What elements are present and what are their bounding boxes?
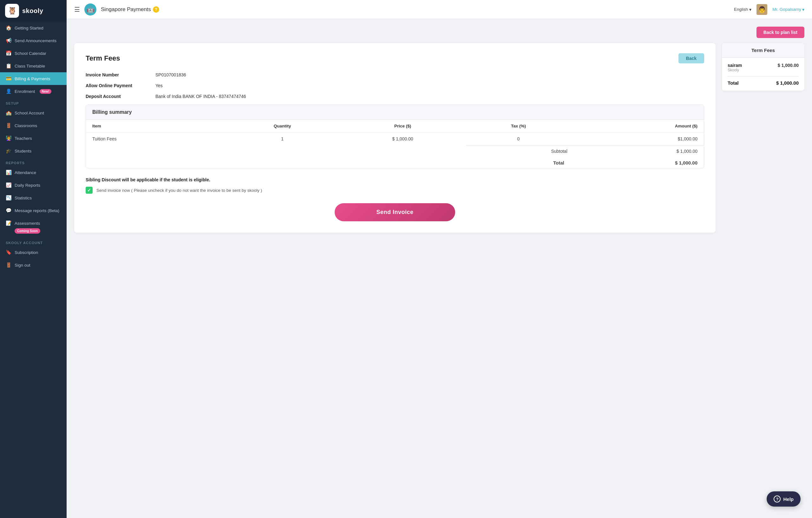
main-columns: Term Fees Back Invoice Number SP01070018… — [74, 43, 804, 233]
summary-name-col: sairam Skooly — [728, 63, 742, 72]
sidebar-item-statistics[interactable]: 📉 Statistics — [0, 191, 67, 204]
summary-total-value: $ 1,000.00 — [776, 80, 799, 86]
back-to-plan-button[interactable]: Back to plan list — [756, 27, 804, 38]
sidebar-item-teachers[interactable]: 👩‍🏫 Teachers — [0, 132, 67, 145]
enrollment-badge: New! — [40, 89, 52, 94]
classrooms-icon: 🚪 — [6, 123, 11, 128]
sidebar: 🦉 skooly 🏠 Getting Started 📢 Send Announ… — [0, 0, 67, 518]
row-amount: $1,000.00 — [571, 132, 704, 146]
col-quantity: Quantity — [226, 120, 339, 132]
sidebar-item-assessments[interactable]: 📝 Assessments Coming Soon — [0, 217, 67, 237]
sidebar-item-label: Attendance — [14, 170, 36, 175]
sidebar-item-classrooms[interactable]: 🚪 Classrooms — [0, 119, 67, 132]
topbar-avatar: 🤖 — [84, 3, 96, 16]
allow-online-label: Allow Online Payment — [86, 83, 155, 88]
sidebar-item-label: Classrooms — [14, 123, 37, 128]
invoice-card: Term Fees Back Invoice Number SP01070018… — [74, 43, 716, 233]
invoice-number-label: Invoice Number — [86, 72, 155, 78]
sidebar-item-label: Teachers — [14, 136, 32, 141]
send-invoice-checkbox[interactable]: ✓ — [86, 187, 93, 194]
sidebar-item-send-announcements[interactable]: 📢 Send Announcements — [0, 34, 67, 47]
logo-text: skooly — [22, 7, 43, 14]
statistics-icon: 📉 — [6, 195, 11, 201]
sidebar-item-school-account[interactable]: 🏫 School Account — [0, 106, 67, 119]
sibling-discount-section: Sibling Discount will be applicable if t… — [86, 177, 704, 221]
reports-section-label: REPORTS — [0, 157, 67, 166]
summary-student-row: sairam Skooly $ 1,000.00 — [728, 63, 799, 72]
summary-card-header: Term Fees — [722, 43, 804, 58]
signout-icon: 🚪 — [6, 262, 11, 268]
sidebar-item-message-reports[interactable]: 💬 Message reports (Beta) — [0, 204, 67, 217]
col-item: Item — [86, 120, 226, 132]
billing-table: Item Quantity Price ($) Tax (%) Amount (… — [86, 120, 704, 168]
sidebar-item-subscription[interactable]: 🔖 Subscription — [0, 246, 67, 259]
announce-icon: 📢 — [6, 38, 11, 43]
summary-total-label: Total — [728, 80, 739, 86]
sidebar-item-billing-payments[interactable]: 💳 Billing & Payments — [0, 72, 67, 85]
sidebar-item-class-timetable[interactable]: 📋 Class Timetable — [0, 60, 67, 72]
invoice-card-header: Term Fees Back — [86, 53, 704, 63]
topbar-right: English ▾ 👨 Mr. Gopalsamy ▾ — [734, 4, 804, 15]
school-icon: 🏫 — [6, 110, 11, 116]
user-name-display[interactable]: Mr. Gopalsamy ▾ — [772, 7, 804, 12]
content-area: Back to plan list Term Fees Back Invoice… — [67, 19, 812, 518]
students-icon: 🎓 — [6, 148, 11, 154]
sibling-discount-text: Sibling Discount will be applicable if t… — [86, 177, 704, 182]
sidebar-item-label: Daily Reports — [14, 183, 40, 188]
invoice-number-value: SP0107001836 — [155, 72, 186, 78]
logo-icon: 🦉 — [5, 4, 19, 18]
sidebar-item-sign-out[interactable]: 🚪 Sign out — [0, 259, 67, 271]
home-icon: 🏠 — [6, 25, 11, 31]
sidebar-item-daily-reports[interactable]: 📈 Daily Reports — [0, 179, 67, 191]
sidebar-item-label: Statistics — [14, 195, 32, 200]
attendance-icon: 📊 — [6, 170, 11, 175]
sidebar-item-getting-started[interactable]: 🏠 Getting Started — [0, 22, 67, 34]
info-icon[interactable]: ? — [153, 6, 159, 13]
sidebar-item-label: Sign out — [14, 263, 30, 268]
summary-card-body: sairam Skooly $ 1,000.00 Total $ 1,000.0… — [722, 58, 804, 91]
summary-student-name: sairam — [728, 63, 742, 68]
menu-hamburger[interactable]: ☰ — [74, 6, 80, 13]
total-label: Total — [466, 157, 571, 168]
summary-divider — [728, 76, 799, 77]
deposit-account-field: Deposit Account Bank of India BANK OF IN… — [86, 94, 704, 99]
sidebar-item-school-calendar[interactable]: 📅 School Calendar — [0, 47, 67, 60]
timetable-icon: 📋 — [6, 63, 11, 69]
sidebar-item-enrollment[interactable]: 👤 Enrollment New! — [0, 85, 67, 98]
summary-card: Term Fees sairam Skooly $ 1,000.00 Total… — [722, 43, 804, 91]
billing-icon: 💳 — [6, 76, 11, 82]
page-title: Singapore Payments ? — [101, 6, 159, 13]
table-row: Tuition Fees 1 $ 1,000.00 0 $1,000.00 — [86, 132, 704, 146]
row-qty: 1 — [226, 132, 339, 146]
send-invoice-checkbox-row: ✓ Send invoice now ( Please uncheck if y… — [86, 187, 704, 194]
daily-reports-icon: 📈 — [6, 182, 11, 188]
chevron-down-icon: ▾ — [749, 7, 751, 12]
summary-student-amount: $ 1,000.00 — [778, 63, 799, 68]
help-circle-icon: ? — [774, 495, 781, 502]
topbar: ☰ 🤖 Singapore Payments ? English ▾ 👨 Mr.… — [67, 0, 812, 19]
assessments-icon: 📝 — [6, 220, 11, 226]
sidebar-item-label: Subscription — [14, 250, 38, 255]
allow-online-value: Yes — [155, 83, 163, 88]
user-chevron-icon: ▾ — [802, 7, 804, 12]
sidebar-item-label: School Calendar — [14, 51, 46, 56]
sidebar-item-students[interactable]: 🎓 Students — [0, 145, 67, 157]
language-selector[interactable]: English ▾ — [734, 7, 751, 12]
billing-summary-header: Billing summary — [86, 105, 704, 120]
allow-online-field: Allow Online Payment Yes — [86, 83, 704, 88]
sidebar-item-label: Class Timetable — [14, 64, 45, 68]
deposit-account-label: Deposit Account — [86, 94, 155, 99]
send-invoice-button[interactable]: Send Invoice — [335, 203, 455, 221]
invoice-back-button[interactable]: Back — [678, 53, 704, 63]
help-fab-button[interactable]: ? Help — [766, 491, 801, 507]
summary-school-name: Skooly — [728, 68, 742, 72]
logo-area: 🦉 skooly — [0, 0, 67, 22]
assessments-badge: Coming Soon — [14, 228, 40, 234]
help-label: Help — [783, 496, 793, 502]
table-separator: Subtotal $ 1,000.00 — [86, 146, 704, 158]
sidebar-item-label: Getting Started — [14, 26, 44, 30]
sidebar-item-label: School Account — [14, 111, 44, 115]
subtotal-label: Subtotal — [466, 146, 571, 158]
setup-section-label: SETUP — [0, 98, 67, 106]
sidebar-item-attendance[interactable]: 📊 Attendance — [0, 166, 67, 179]
